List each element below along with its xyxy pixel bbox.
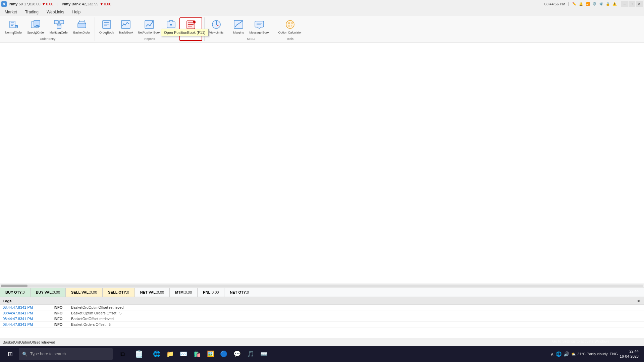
window-controls: ─ □ ✕ (621, 1, 643, 7)
special-order-arrow: ▼ (35, 33, 37, 35)
taskbar-app-store[interactable]: 🛍️ (191, 347, 203, 361)
svg-rect-11 (60, 20, 64, 24)
buy-qty-label: BUY QTY: (5, 290, 23, 294)
taskbar-app-mail[interactable]: ✉️ (177, 347, 190, 361)
log-level-3: INFO (54, 317, 67, 321)
margins-icon (233, 19, 244, 30)
basket-order-button[interactable]: BasketOrder (71, 17, 93, 40)
status-bar: BUY QTY: 0 BUY VAL: 0.00 SELL VAL: 0.00 … (0, 288, 644, 297)
menu-trading[interactable]: Trading (22, 9, 42, 15)
svg-rect-26 (170, 24, 172, 25)
taskbar-search[interactable]: 🔍 Type here to search (19, 348, 113, 360)
clock-display: 08:44:56 PM (544, 2, 565, 6)
buy-val-label: BUY VAL: (36, 290, 53, 294)
svg-rect-12 (57, 25, 61, 28)
position-book-tooltip: Open PositionBook (F11) (161, 29, 209, 36)
buy-qty-value: 0 (23, 290, 25, 294)
logs-close-icon[interactable]: × (637, 298, 640, 304)
margins-button[interactable]: Margins (230, 17, 247, 40)
pnl-value: 0.00 (212, 290, 219, 294)
option-calculator-button[interactable]: ΩΔΘΓ Option Calculator (276, 17, 304, 40)
toolbar-group-tools: ΩΔΘΓ Option Calculator Tools (274, 17, 306, 41)
tray-clock[interactable]: 22:44 16-04-2023 (620, 349, 639, 359)
sell-val-label: SELL VAL: (71, 290, 90, 294)
settings-icon[interactable]: ⚙️ (598, 1, 604, 7)
log-time-1: 08:44:47.8341 PM (3, 305, 50, 309)
net-pos-book-button[interactable]: NetPositionBook (136, 17, 163, 40)
main-content (0, 43, 644, 284)
minimize-button[interactable]: ─ (621, 1, 628, 7)
log-row-2: 08:44:47.8341 PM INFO Basket Optim Order… (0, 310, 644, 316)
widgets-button[interactable]: 🗒️ (131, 347, 146, 361)
log-row-4: 08:44:47.8341 PM INFO Basket Orders Offs… (0, 322, 644, 327)
taskbar-search-icon: 🔍 (22, 352, 28, 357)
normal-order-button[interactable]: $ NormalOrder ▼ (3, 17, 25, 40)
message-book-icon (254, 19, 265, 30)
multi-leg-icon (54, 19, 64, 30)
message-book-button[interactable]: Message Book (247, 17, 272, 40)
start-button[interactable]: ⊞ (3, 347, 17, 361)
svg-rect-18 (103, 20, 111, 28)
bell-icon[interactable]: 🔔 (578, 1, 584, 7)
tray-volume-icon[interactable]: 🔊 (564, 351, 569, 357)
menu-help[interactable]: Help (69, 9, 84, 15)
margins-label: Margins (233, 31, 244, 35)
bottom-status: BasketOrdOptimOffset retrieved (0, 338, 644, 346)
net-qty-value: 0 (247, 290, 249, 294)
svg-point-36 (216, 24, 217, 25)
trade-book-button[interactable]: TradeBook (116, 17, 136, 40)
sell-qty-status: SELL QTY: 0 (103, 288, 135, 297)
taskbar-app-teams[interactable]: 💬 (231, 347, 244, 361)
taskbar-app-media[interactable]: 🎵 (244, 347, 257, 361)
pen-icon[interactable]: ✏️ (572, 1, 577, 7)
multi-leg-label: MultiLegOrder (50, 31, 69, 35)
taskbar-app-code[interactable]: ⌨️ (258, 347, 270, 361)
view-limits-button[interactable]: ViewLimits (207, 17, 226, 40)
nifty50-ticker: Nifty 50 17,828.00 ▼ 0.00 (9, 2, 53, 6)
content-scrollbar[interactable] (0, 284, 644, 288)
niftybank-ticker: | Nifty Bank 42,132.55 ▼ 0.00 (57, 2, 111, 6)
taskbar-app-chrome[interactable]: 🔵 (217, 347, 230, 361)
tray-chevron-icon[interactable]: ∧ (550, 351, 554, 357)
view-limits-icon (211, 19, 222, 30)
buy-val-status: BUY VAL: 0.00 (31, 288, 66, 297)
log-message-3: BasketOrdOffset retrieved (71, 317, 114, 321)
sell-val-value: 0.00 (90, 290, 97, 294)
title-bar-right: 08:44:56 PM | ✏️ 🔔 📶 🛡️ ⚙️ 🔒 ⚠️ ─ □ ✕ (544, 1, 643, 7)
net-qty-label: NET QTY: (230, 290, 247, 294)
taskbar-app-photos[interactable]: 🖼️ (204, 347, 217, 361)
system-icons: ✏️ 🔔 📶 🛡️ ⚙️ 🔒 ⚠️ (572, 1, 617, 7)
taskbar-app-explorer[interactable]: 📁 (164, 347, 176, 361)
close-button[interactable]: ✕ (636, 1, 643, 7)
shield-icon[interactable]: 🛡️ (592, 1, 597, 7)
taskbar-quick-icons: ⧉ 🗒️ (115, 347, 146, 361)
task-view-button[interactable]: ⧉ (115, 347, 130, 361)
toolbar-group-order-entry: $ NormalOrder ▼ $ SpecialOrder ▼ MultiLe… (1, 17, 95, 41)
log-message-1: BasketOrdOptimOffset retrieved (71, 305, 123, 309)
svg-rect-38 (255, 21, 264, 27)
menu-market[interactable]: Market (1, 9, 20, 15)
market-ticker: Nifty 50 17,828.00 ▼ 0.00 | Nifty Bank 4… (9, 2, 111, 6)
weather-display[interactable]: ⛅ 31°C Partly cloudy (571, 352, 608, 356)
special-order-button[interactable]: $ SpecialOrder ▼ (25, 17, 47, 40)
title-bar: N Nifty 50 17,828.00 ▼ 0.00 | Nifty Bank… (0, 0, 644, 8)
svg-rect-0 (10, 21, 15, 28)
log-time-2: 08:44:47.8341 PM (3, 311, 50, 315)
pnl-label: PNL: (203, 290, 212, 294)
menu-weblinks[interactable]: WebLinks (43, 9, 67, 15)
log-row-1: 08:44:47.8341 PM INFO BasketOrdOptimOffs… (0, 305, 644, 310)
order-book-button[interactable]: OrderBook ▼ (97, 17, 116, 40)
maximize-button[interactable]: □ (629, 1, 635, 7)
taskbar-app-edge[interactable]: 🌐 (150, 347, 163, 361)
lock-icon[interactable]: 🔒 (605, 1, 610, 7)
message-book-label: Message Book (249, 31, 269, 35)
svg-text:$: $ (36, 25, 38, 28)
svg-rect-15 (78, 24, 86, 28)
wifi-icon[interactable]: 📶 (585, 1, 590, 7)
alert-icon[interactable]: ⚠️ (612, 1, 617, 7)
tray-network-icon[interactable]: 🌐 (556, 351, 561, 357)
buy-val-value: 0.00 (53, 290, 60, 294)
multi-leg-order-button[interactable]: MultiLegOrder (47, 17, 71, 40)
scrollbar-track[interactable] (1, 285, 643, 287)
scrollbar-thumb[interactable] (1, 285, 28, 287)
